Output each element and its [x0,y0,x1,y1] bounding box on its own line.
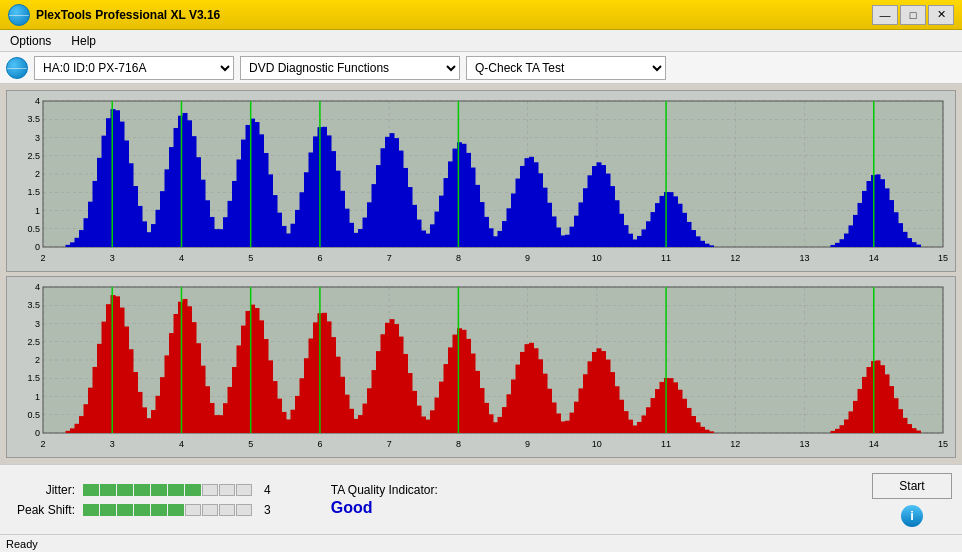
meter-segment [117,504,133,516]
main-content [0,84,962,464]
meter-segment [185,484,201,496]
start-button[interactable]: Start [872,473,952,499]
jitter-value: 4 [264,483,271,497]
meter-segment [236,504,252,516]
function-select[interactable]: DVD Diagnostic Functions [240,56,460,80]
meter-segment [134,484,150,496]
ta-quality-label: TA Quality Indicator: [331,483,438,497]
menu-help[interactable]: Help [65,32,102,50]
status-bar: Ready [0,534,962,552]
title-controls: — □ ✕ [872,5,954,25]
test-select[interactable]: Q-Check TA Test [466,56,666,80]
top-chart-canvas [7,91,955,271]
title-text: PlexTools Professional XL V3.16 [36,8,220,22]
peakshift-row: Peak Shift: 3 [10,503,271,517]
jitter-label: Jitter: [10,483,75,497]
meter-segment [134,504,150,516]
bottom-chart-canvas [7,277,955,457]
metrics-left: Jitter: 4 Peak Shift: 3 [10,483,271,517]
meter-segment [83,484,99,496]
meter-segment [100,484,116,496]
title-bar-left: PlexTools Professional XL V3.16 [8,4,220,26]
meter-segment [100,504,116,516]
start-section: Start i [872,473,952,527]
meter-segment [202,484,218,496]
jitter-meter [83,484,252,496]
app-icon [8,4,30,26]
ta-quality-value: Good [331,499,373,517]
title-bar: PlexTools Professional XL V3.16 — □ ✕ [0,0,962,30]
menu-options[interactable]: Options [4,32,57,50]
meter-segment [185,504,201,516]
meter-segment [117,484,133,496]
status-text: Ready [6,538,38,550]
toolbar-icon [6,57,28,79]
meter-segment [202,504,218,516]
peakshift-label: Peak Shift: [10,503,75,517]
info-button[interactable]: i [901,505,923,527]
close-button[interactable]: ✕ [928,5,954,25]
meter-segment [219,504,235,516]
meter-segment [151,484,167,496]
drive-select[interactable]: HA:0 ID:0 PX-716A [34,56,234,80]
bottom-panel: Jitter: 4 Peak Shift: 3 TA Quality Indic… [0,464,962,534]
meter-segment [219,484,235,496]
meter-segment [168,504,184,516]
peakshift-value: 3 [264,503,271,517]
jitter-row: Jitter: 4 [10,483,271,497]
maximize-button[interactable]: □ [900,5,926,25]
top-chart [6,90,956,272]
meter-segment [151,504,167,516]
ta-quality-section: TA Quality Indicator: Good [331,483,438,517]
meter-segment [236,484,252,496]
meter-segment [83,504,99,516]
toolbar: HA:0 ID:0 PX-716A DVD Diagnostic Functio… [0,52,962,84]
menu-bar: Options Help [0,30,962,52]
peakshift-meter [83,504,252,516]
meter-segment [168,484,184,496]
minimize-button[interactable]: — [872,5,898,25]
bottom-chart [6,276,956,458]
